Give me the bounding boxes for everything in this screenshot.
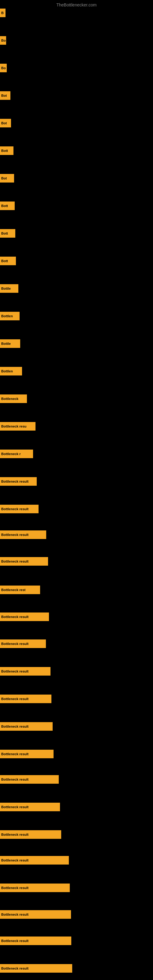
bar-label-26: Bottleneck result bbox=[1, 697, 29, 701]
bar-item-30: Bottleneck result bbox=[0, 803, 60, 811]
bar-label-30: Bottleneck result bbox=[1, 805, 29, 809]
bar-item-8: Bott bbox=[0, 202, 15, 210]
bar-item-14: Bottlen bbox=[0, 367, 22, 375]
bar-item-27: Bottleneck result bbox=[0, 722, 53, 731]
bar-label-17: Bottleneck r bbox=[1, 452, 21, 456]
bar-label-21: Bottleneck result bbox=[1, 560, 29, 563]
bar-label-16: Bottleneck resu bbox=[1, 425, 27, 428]
bar-label-35: Bottleneck result bbox=[1, 939, 29, 943]
bar-item-1: B bbox=[0, 9, 5, 17]
bar-item-7: Bot bbox=[0, 174, 14, 183]
bar-label-6: Bott bbox=[1, 149, 8, 153]
bar-item-28: Bottleneck result bbox=[0, 750, 54, 758]
bar-item-24: Bottleneck result bbox=[0, 640, 46, 648]
bar-item-25: Bottleneck result bbox=[0, 667, 51, 676]
bar-item-16: Bottleneck resu bbox=[0, 422, 35, 431]
bar-label-32: Bottleneck result bbox=[1, 858, 29, 862]
bar-item-22: Bottleneck rest bbox=[0, 585, 40, 594]
bar-label-25: Bottleneck result bbox=[1, 670, 29, 673]
bar-item-35: Bottleneck result bbox=[0, 937, 71, 945]
bar-label-5: Bot bbox=[1, 121, 7, 125]
bar-label-23: Bottleneck result bbox=[1, 615, 29, 619]
bar-label-10: Bott bbox=[1, 259, 8, 263]
bar-item-10: Bott bbox=[0, 257, 16, 265]
bar-item-31: Bottleneck result bbox=[0, 830, 61, 839]
bar-label-13: Bottle bbox=[1, 342, 11, 345]
bar-label-9: Bott bbox=[1, 232, 8, 235]
bar-item-33: Bottleneck result bbox=[0, 883, 70, 892]
bar-label-19: Bottleneck result bbox=[1, 507, 29, 511]
bar-item-26: Bottleneck result bbox=[0, 695, 51, 703]
bar-label-29: Bottleneck result bbox=[1, 778, 29, 781]
bar-label-1: B bbox=[1, 11, 4, 15]
bar-label-34: Bottleneck result bbox=[1, 913, 29, 916]
bar-item-36: Bottleneck result bbox=[0, 964, 72, 973]
site-title: TheBottlenecker.com bbox=[0, 0, 153, 10]
bar-label-11: Bottle bbox=[1, 286, 11, 290]
bar-item-13: Bottle bbox=[0, 339, 20, 348]
bar-label-4: Bot bbox=[1, 94, 7, 97]
bar-label-24: Bottleneck result bbox=[1, 642, 29, 646]
bar-item-17: Bottleneck r bbox=[0, 450, 33, 458]
bar-label-28: Bottleneck result bbox=[1, 752, 29, 756]
bar-item-20: Bottleneck result bbox=[0, 530, 46, 539]
bar-item-15: Bottleneck bbox=[0, 395, 27, 403]
bar-label-33: Bottleneck result bbox=[1, 886, 29, 890]
bar-label-31: Bottleneck result bbox=[1, 833, 29, 836]
bar-label-14: Bottlen bbox=[1, 369, 13, 373]
bar-item-11: Bottle bbox=[0, 284, 18, 293]
bar-label-36: Bottleneck result bbox=[1, 967, 29, 970]
bar-item-21: Bottleneck result bbox=[0, 557, 48, 566]
bar-item-32: Bottleneck result bbox=[0, 856, 69, 865]
bar-item-23: Bottleneck result bbox=[0, 612, 49, 621]
bar-label-22: Bottleneck rest bbox=[1, 588, 26, 592]
bar-label-7: Bot bbox=[1, 177, 7, 180]
bar-item-18: Bottleneck result bbox=[0, 477, 37, 486]
bar-label-3: Bo bbox=[1, 66, 6, 70]
bar-item-6: Bott bbox=[0, 146, 13, 155]
bar-item-19: Bottleneck result bbox=[0, 505, 38, 513]
bar-label-15: Bottleneck bbox=[1, 397, 18, 401]
bar-item-34: Bottleneck result bbox=[0, 910, 71, 919]
bar-item-9: Bott bbox=[0, 229, 15, 238]
bar-item-4: Bot bbox=[0, 91, 10, 100]
bar-label-20: Bottleneck result bbox=[1, 533, 29, 536]
bar-label-27: Bottleneck result bbox=[1, 725, 29, 728]
bar-label-12: Bottlen bbox=[1, 314, 13, 318]
bar-item-3: Bo bbox=[0, 64, 7, 72]
bar-label-18: Bottleneck result bbox=[1, 480, 29, 483]
bar-item-5: Bot bbox=[0, 119, 11, 127]
bar-label-8: Bott bbox=[1, 204, 8, 208]
bar-item-12: Bottlen bbox=[0, 312, 19, 320]
bar-item-2: Bo bbox=[0, 36, 6, 45]
bar-label-2: Bo bbox=[1, 38, 6, 42]
bar-item-29: Bottleneck result bbox=[0, 775, 59, 784]
